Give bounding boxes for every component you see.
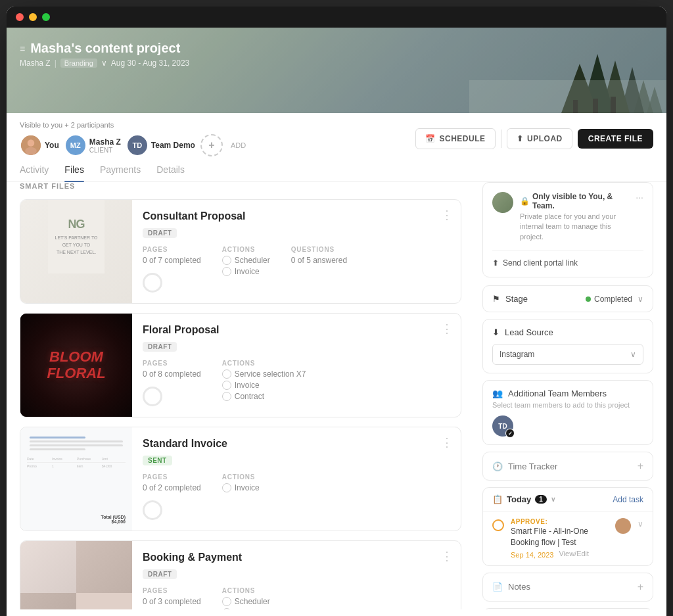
thumb-invoice: Date Invoice Purchase Amt Promo 1 item $… [20,427,132,531]
right-sidebar: 🔒 Only visible to You, & Team. Private p… [482,182,653,609]
actions-label-floral: ACTIONS [222,360,306,367]
mz-initials: MZ [70,141,81,149]
pages-label-consultant: PAGES [143,246,201,253]
task-row: APPROVE: Smart File - All-in-One Booking… [483,511,653,565]
chevron-down-icon: ∨ [638,295,643,304]
task-circle [492,519,504,531]
svg-point-13 [25,147,37,155]
lead-source-select[interactable]: Instagram ∨ [492,344,643,365]
tab-details[interactable]: Details [156,164,185,181]
create-file-button[interactable]: CREATE FILE [578,129,653,149]
upload-icon: ⬆ [517,134,524,143]
download-icon: ⬇ [492,327,499,337]
progress-ring-invoice [143,500,162,520]
file-menu-booking[interactable]: ⋮ [433,541,461,609]
schedule-label: SCHEDULE [440,134,486,143]
you-name: You [45,141,59,150]
private-avatar [492,192,513,213]
participants-section: Visible to you + 2 participants You MZ [20,121,246,156]
avatar-group: You MZ Masha Z CLIENT TD [20,134,246,156]
project-banner: ≡ Masha's content project Masha Z | Bran… [7,28,666,113]
file-menu-invoice[interactable]: ⋮ [433,427,461,531]
calendar-icon: 📋 [492,494,503,504]
schedule-button[interactable]: 📅 SCHEDULE [415,128,496,149]
file-info-booking: Booking & Payment DRAFT PAGES 0 of 3 com… [132,541,433,609]
lead-source-label: Lead Source [505,327,553,337]
three-dots-icon[interactable]: ⋮ [441,208,453,222]
check-icon [222,267,231,276]
team-title: 👥 Additional Team Members [492,389,643,398]
project-meta: Masha Z | Branding ∨ Aug 30 - Aug 31, 20… [20,59,189,68]
file-badge-consultant: DRAFT [143,228,177,238]
tab-payments[interactable]: Payments [100,164,141,181]
stat-pages-invoice: PAGES 0 of 2 completed [143,473,201,520]
action-invoice-invoice: Invoice [222,483,260,492]
notes-section: 📄 Notes + [482,573,653,602]
project-title-text: Masha's content project [30,41,180,56]
avatar-mz[interactable]: MZ [64,134,87,156]
actions-label-consultant: ACTIONS [222,246,270,253]
file-stats-invoice: PAGES 0 of 2 completed ACTIONS [143,473,423,520]
task-view-edit-link[interactable]: View/Edit [559,550,589,557]
action-label: Invoice [235,608,260,609]
avatar-td[interactable]: TD [126,134,149,156]
add-participant-button[interactable]: + [200,134,223,156]
add-label: ADD [231,141,246,149]
pages-label-floral: PAGES [143,360,201,367]
file-menu-consultant[interactable]: ⋮ [433,200,461,303]
action-invoice-floral: Invoice [222,381,306,390]
progress-ring-floral [143,387,162,406]
lead-source-section: ⬇ Lead Source Instagram ∨ [482,319,653,373]
banner-trees-icon [469,28,666,113]
floral-logo: BLOOMFLORAL [20,314,132,417]
tab-files[interactable]: Files [64,164,84,181]
file-title-booking: Booking & Payment [143,552,423,563]
invoice-total: Total (USD)$4,000 [27,515,126,524]
send-link-button[interactable]: ⬆ Send client portal link [492,250,643,268]
calendar-icon: 📅 [425,134,436,143]
mz-name: Masha Z [89,137,121,147]
three-dots-icon[interactable]: ⋮ [441,321,453,336]
private-card: 🔒 Only visible to You, & Team. Private p… [482,182,653,277]
tabs: Activity Files Payments Details [7,164,666,182]
team-icon: 👥 [492,389,503,398]
tab-activity[interactable]: Activity [20,164,49,181]
check-icon [222,483,231,492]
private-info: 🔒 Only visible to You, & Team. Private p… [492,192,636,242]
chevron-down-icon: ∨ [551,496,555,503]
file-stats-floral: PAGES 0 of 8 completed ACTIONS [143,360,423,406]
today-count: 1 [535,495,547,504]
add-time-tracker-icon[interactable]: + [638,460,643,472]
stage-label-text: Stage [505,294,528,304]
stat-pages-floral: PAGES 0 of 8 completed [143,360,201,406]
private-text: 🔒 Only visible to You, & Team. Private p… [520,192,636,242]
upload-button[interactable]: ⬆ UPLOAD [507,128,572,149]
maximize-dot[interactable] [42,13,50,21]
stage-label: ⚑ Stage [492,294,528,304]
private-menu-icon[interactable]: ··· [636,192,643,202]
pages-value-consultant: 0 of 7 completed [143,256,201,265]
check-badge: ✓ [505,429,515,438]
svg-point-12 [28,139,35,147]
private-title: 🔒 Only visible to You, & Team. [520,192,636,210]
lead-source-value: Instagram [499,350,534,359]
file-menu-floral[interactable]: ⋮ [433,314,461,417]
file-card-floral: BLOOMFLORAL Floral Proposal DRAFT PAGES … [20,313,461,417]
consultant-tagline: LET'S PARTNER TOGET YOU TOTHE NEXT LEVEL… [55,234,97,256]
three-dots-icon[interactable]: ⋮ [441,549,453,563]
add-task-button[interactable]: Add task [613,495,643,504]
today-label: Today [507,494,531,504]
minimize-dot[interactable] [29,13,37,21]
top-bar: Visible to you + 2 participants You MZ [7,113,666,164]
file-card-booking: LET'S SCHEDULEYOUR FIRSTSESSION. Booking… [20,540,461,609]
check-icon [222,369,231,379]
team-member-avatar: TD ✓ [492,415,513,437]
private-header: 🔒 Only visible to You, & Team. Private p… [492,192,643,242]
avatar-you[interactable] [20,134,42,156]
check-icon [222,608,231,609]
three-dots-icon[interactable]: ⋮ [441,435,453,450]
header-actions: 📅 SCHEDULE ⬆ UPLOAD CREATE FILE [415,128,653,149]
action-contract-floral: Contract [222,392,306,401]
add-note-icon[interactable]: + [638,581,643,593]
close-dot[interactable] [16,13,24,21]
